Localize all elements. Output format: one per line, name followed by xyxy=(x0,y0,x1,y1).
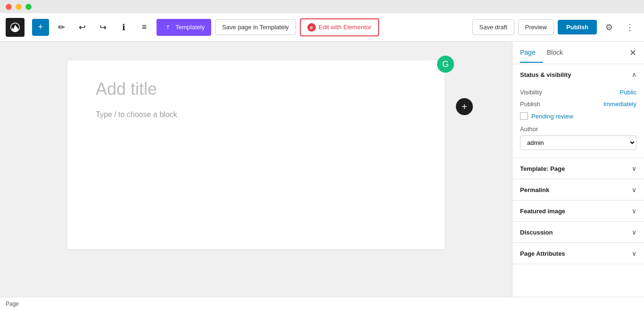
redo-button[interactable]: ↪ xyxy=(94,19,111,36)
close-button[interactable] xyxy=(6,4,12,10)
editor-area: G Add title Type / to choose a block + xyxy=(0,42,512,310)
elementor-icon: e xyxy=(307,23,316,32)
grammarly-icon: G xyxy=(442,59,449,69)
info-icon: ℹ xyxy=(122,22,125,33)
preview-button[interactable]: Preview xyxy=(518,19,554,35)
close-icon: ✕ xyxy=(629,48,636,58)
discussion-chevron-icon: ∨ xyxy=(632,228,636,236)
list-icon: ≡ xyxy=(142,22,147,32)
minimize-button[interactable] xyxy=(16,4,22,10)
featured-image-section: Featured image ∨ xyxy=(512,201,644,222)
edit-elementor-button[interactable]: e Edit with Elementor xyxy=(300,18,379,36)
settings-button[interactable]: ⚙ xyxy=(601,19,618,36)
template-chevron-icon: ∨ xyxy=(632,165,636,172)
discussion-header[interactable]: Discussion ∨ xyxy=(512,222,644,243)
visibility-value[interactable]: Public xyxy=(620,89,636,96)
editor-canvas: G Add title Type / to choose a block + xyxy=(67,60,445,249)
templately-label: Templately xyxy=(175,24,205,31)
discussion-title: Discussion xyxy=(520,229,553,236)
info-button[interactable]: ℹ xyxy=(115,19,132,36)
block-hint: Type / to choose a block xyxy=(96,110,416,119)
discussion-section: Discussion ∨ xyxy=(512,222,644,243)
add-block-button[interactable]: + xyxy=(32,19,49,36)
pending-review-checkbox[interactable] xyxy=(520,112,528,120)
template-section: Template: Page ∨ xyxy=(512,158,644,179)
main-layout: G Add title Type / to choose a block + P… xyxy=(0,42,644,310)
sidebar-header: Page Block ✕ xyxy=(512,42,644,64)
page-attributes-section: Page Attributes ∨ xyxy=(512,243,644,264)
tab-block[interactable]: Block xyxy=(547,43,570,63)
page-attributes-title: Page Attributes xyxy=(520,250,565,257)
template-header[interactable]: Template: Page ∨ xyxy=(512,158,644,179)
title-field[interactable]: Add title xyxy=(96,79,416,99)
permalink-title: Permalink xyxy=(520,186,549,193)
title-bar xyxy=(0,0,644,13)
save-page-templately-button[interactable]: Save page in Templately xyxy=(215,19,296,35)
author-label: Author xyxy=(520,126,636,133)
edit-elementor-label: Edit with Elementor xyxy=(319,24,372,31)
permalink-section: Permalink ∨ xyxy=(512,179,644,201)
more-icon: ⋮ xyxy=(626,22,634,33)
wp-icon xyxy=(9,22,21,33)
status-visibility-title: Status & visibility xyxy=(520,71,571,78)
floating-plus-icon: + xyxy=(462,101,467,112)
save-draft-label: Save draft xyxy=(479,24,507,31)
redo-icon: ↪ xyxy=(99,22,107,33)
page-attributes-chevron-icon: ∨ xyxy=(632,250,636,257)
status-visibility-section: Status & visibility ∧ Visibility Public … xyxy=(512,64,644,158)
page-attributes-header[interactable]: Page Attributes ∨ xyxy=(512,243,644,264)
plus-icon: + xyxy=(38,22,43,32)
pending-review-label[interactable]: Pending review xyxy=(531,113,573,120)
publish-button[interactable]: Publish xyxy=(558,20,597,34)
gear-icon: ⚙ xyxy=(605,22,613,33)
publish-row-value[interactable]: Immediately xyxy=(603,101,636,108)
pencil-icon: ✏ xyxy=(58,22,65,33)
permalink-chevron-icon: ∨ xyxy=(632,186,636,193)
maximize-button[interactable] xyxy=(25,4,32,10)
floating-add-block-button[interactable]: + xyxy=(456,98,473,115)
undo-icon: ↩ xyxy=(79,22,86,33)
save-draft-button[interactable]: Save draft xyxy=(472,19,514,35)
tab-page[interactable]: Page xyxy=(520,43,543,63)
status-visibility-header[interactable]: Status & visibility ∧ xyxy=(512,64,644,85)
sidebar-close-button[interactable]: ✕ xyxy=(629,48,636,58)
templately-button[interactable]: T Templately xyxy=(157,19,211,36)
chevron-up-icon: ∧ xyxy=(632,71,636,78)
visibility-label: Visibility xyxy=(520,89,542,96)
featured-image-title: Featured image xyxy=(520,208,565,215)
undo-button[interactable]: ↩ xyxy=(74,19,91,36)
preview-label: Preview xyxy=(525,24,547,31)
publish-row-label: Publish xyxy=(520,101,540,108)
status-visibility-content: Visibility Public Publish Immediately Pe… xyxy=(512,85,644,158)
wordpress-logo[interactable] xyxy=(6,18,25,37)
visibility-row: Visibility Public xyxy=(520,89,636,96)
edit-mode-button[interactable]: ✏ xyxy=(53,19,70,36)
sidebar: Page Block ✕ Status & visibility ∧ Visib… xyxy=(512,42,644,310)
grammarly-button[interactable]: G xyxy=(437,56,454,73)
templately-icon: T xyxy=(163,23,173,32)
featured-image-header[interactable]: Featured image ∨ xyxy=(512,201,644,221)
template-title: Template: Page xyxy=(520,165,565,172)
pending-review-row: Pending review xyxy=(520,112,636,120)
toolbar: + ✏ ↩ ↪ ℹ ≡ T Templately Save page in Te… xyxy=(0,13,644,42)
featured-image-chevron-icon: ∨ xyxy=(632,207,636,215)
author-section: Author admin xyxy=(520,126,636,150)
list-view-button[interactable]: ≡ xyxy=(136,19,153,36)
publish-label: Publish xyxy=(566,24,588,31)
more-options-button[interactable]: ⋮ xyxy=(621,19,638,36)
author-select[interactable]: admin xyxy=(520,135,636,150)
publish-row: Publish Immediately xyxy=(520,101,636,108)
permalink-header[interactable]: Permalink ∨ xyxy=(512,179,644,200)
save-page-templately-label: Save page in Templately xyxy=(222,24,289,31)
status-label: Page xyxy=(6,301,19,307)
status-bar: Page xyxy=(0,297,644,310)
